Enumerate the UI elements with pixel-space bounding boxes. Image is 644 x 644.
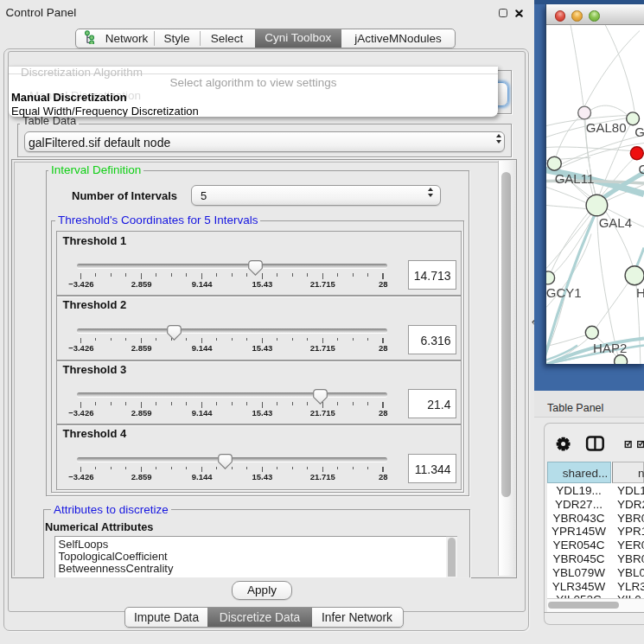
svg-text:HAP2: HAP2 bbox=[593, 341, 627, 355]
svg-text:GCY1: GCY1 bbox=[546, 285, 582, 300]
svg-text:GAL80: GAL80 bbox=[586, 119, 627, 134]
svg-text:GA: GA bbox=[634, 124, 644, 138]
svg-text:GAL11: GAL11 bbox=[555, 171, 595, 186]
svg-text:G: G bbox=[638, 161, 644, 175]
svg-text:GAL4: GAL4 bbox=[599, 215, 632, 230]
svg-text:H: H bbox=[636, 285, 644, 300]
